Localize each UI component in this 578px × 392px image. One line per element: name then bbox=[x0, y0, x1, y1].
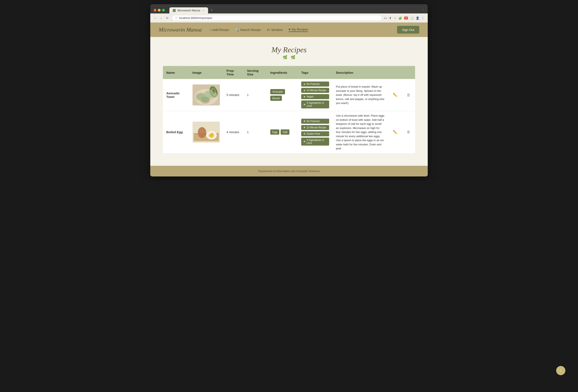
tag-badge-3-ingredients: 3 Ingredients or Less bbox=[301, 100, 329, 108]
tag-badge-no-peanuts: No Peanuts bbox=[301, 119, 329, 124]
svg-point-10 bbox=[195, 89, 218, 105]
back-button[interactable]: ‹ bbox=[154, 16, 157, 21]
ingredients-list: Egg Salt bbox=[270, 130, 295, 135]
forward-button[interactable]: › bbox=[159, 16, 163, 21]
browser-titlebar: Microwavin Manoa × + ⌄ bbox=[150, 4, 428, 13]
ingredients-list: Avocado Bread bbox=[270, 89, 295, 101]
col-edit bbox=[388, 66, 402, 79]
tab-title: Microwavin Manoa bbox=[177, 9, 200, 12]
main-content: My Recipes 🌿 🌿 Name Image Prep-Time Serv… bbox=[150, 37, 428, 166]
add-recipe-link[interactable]: + Add Recipe bbox=[210, 28, 229, 32]
lock-icon: ⓘ bbox=[175, 16, 177, 20]
my-recipes-link[interactable]: ♥ My Recipes bbox=[289, 28, 308, 32]
reload-button[interactable]: ↻ bbox=[165, 16, 170, 21]
ingredient-badge: Salt bbox=[281, 130, 289, 135]
off-badge: off bbox=[404, 17, 408, 20]
recipe-table: Name Image Prep-Time Serving Size Ingred… bbox=[163, 66, 415, 153]
tag-dot-icon bbox=[304, 96, 305, 97]
tags-list: No Peanuts 10 Minute Recipe Gluten-Free bbox=[301, 119, 329, 146]
tag-dot-icon bbox=[304, 90, 305, 91]
search-recipe-label: Search Recipe bbox=[240, 28, 261, 32]
ingredient-badge: Bread bbox=[270, 96, 282, 101]
tab-menu-button[interactable]: ⌄ bbox=[422, 8, 424, 12]
svg-point-14 bbox=[198, 127, 206, 138]
url-text: localhost:3000/#/myrecipes bbox=[179, 16, 212, 20]
tag-dot-icon bbox=[304, 127, 305, 128]
menu-icon[interactable]: ⋮ bbox=[421, 16, 424, 20]
delete-button[interactable]: 🗑 bbox=[405, 129, 412, 135]
col-prep-time: Prep-Time bbox=[223, 66, 244, 79]
tag-dot-icon bbox=[304, 84, 305, 85]
tab-favicon-icon bbox=[173, 9, 176, 12]
tag-badge-3-ingredients: 3 Ingredients or Less bbox=[301, 138, 329, 146]
table-header-row: Name Image Prep-Time Serving Size Ingred… bbox=[163, 66, 415, 79]
tag-dot-icon bbox=[304, 120, 305, 122]
tag-dot-icon bbox=[304, 141, 305, 142]
recipe-prep-time: 5 minutes bbox=[227, 93, 240, 97]
col-name: Name bbox=[163, 66, 189, 79]
recipe-image-avocado bbox=[193, 85, 220, 105]
tag-dot-icon bbox=[304, 133, 305, 134]
edit-button[interactable]: ✏️ bbox=[391, 91, 399, 98]
heart-icon: ♥ bbox=[289, 28, 290, 31]
address-bar[interactable]: ⓘ localhost:3000/#/myrecipes bbox=[172, 15, 382, 21]
nav-links: + Add Recipe 🔍 Search Recipe 🏷 Vendors ♥… bbox=[210, 28, 397, 32]
page-title: My Recipes bbox=[163, 45, 415, 54]
delete-button[interactable]: 🗑 bbox=[405, 91, 412, 98]
browser-toolbar: ‹ › ↻ ⓘ localhost:3000/#/myrecipes 🗝 ⬆ ☆… bbox=[150, 13, 428, 22]
tag-badge-10-minute: 10 Minute Recipe bbox=[301, 125, 329, 130]
recipe-description: Put piece of bread in toaster. Mash up a… bbox=[336, 85, 385, 105]
close-traffic-light[interactable] bbox=[154, 9, 156, 11]
search-recipe-link[interactable]: 🔍 Search Recipe bbox=[235, 28, 261, 32]
table-row: Boiled Egg bbox=[163, 111, 415, 153]
app-footer: Department of Information and Computer S… bbox=[150, 166, 428, 176]
extension-icon[interactable]: 🧩 bbox=[398, 16, 402, 20]
col-ingredients: Ingredients bbox=[267, 66, 298, 79]
maximize-traffic-light[interactable] bbox=[162, 9, 165, 11]
col-delete bbox=[402, 66, 415, 79]
svg-point-15 bbox=[200, 130, 203, 132]
page-title-section: My Recipes 🌿 🌿 bbox=[163, 45, 415, 60]
app-container: Microwavin Manoa + Add Recipe 🔍 Search R… bbox=[150, 22, 428, 176]
profile-icon[interactable]: 👤 bbox=[416, 16, 419, 20]
col-image: Image bbox=[189, 66, 223, 79]
recipe-name: Avocado Toast bbox=[166, 91, 180, 98]
col-serving-size: Serving Size bbox=[243, 66, 267, 79]
ingredient-badge: Egg bbox=[270, 130, 279, 135]
recipe-serving-size: 1 bbox=[247, 93, 249, 97]
recipe-serving-size: 1 bbox=[247, 131, 249, 134]
minimize-traffic-light[interactable] bbox=[158, 9, 161, 11]
sign-out-button[interactable]: Sign Out bbox=[397, 26, 419, 34]
col-description: Description bbox=[333, 66, 388, 79]
svg-point-19 bbox=[209, 133, 211, 134]
tab-close-button[interactable]: × bbox=[202, 9, 205, 12]
title-divider: 🌿 🌿 bbox=[163, 55, 415, 60]
vendors-label: Vendors bbox=[271, 28, 283, 32]
app-logo: Microwavin Manoa bbox=[159, 27, 202, 33]
tag-badge-vegan: Vegan bbox=[301, 94, 329, 99]
new-tab-button[interactable]: + bbox=[208, 7, 215, 13]
footer-text: Department of Information and Computer S… bbox=[258, 170, 320, 173]
tag-dot-icon bbox=[304, 104, 305, 105]
search-icon: 🔍 bbox=[235, 28, 239, 32]
recipe-image-egg bbox=[193, 122, 220, 143]
tags-list: No Peanuts 10 Minute Recipe Vegan bbox=[301, 82, 329, 108]
edit-button[interactable]: ✏️ bbox=[391, 129, 399, 136]
recipe-prep-time: 4 minutes bbox=[227, 131, 240, 134]
leaf-right-icon: 🌿 bbox=[291, 55, 295, 60]
vendors-link[interactable]: 🏷 Vendors bbox=[267, 28, 283, 32]
key-icon[interactable]: 🗝 bbox=[384, 16, 387, 20]
active-tab[interactable]: Microwavin Manoa × bbox=[169, 7, 208, 13]
share-icon[interactable]: ⬆ bbox=[389, 16, 391, 20]
tag-badge-gluten-free: Gluten-Free bbox=[301, 131, 329, 136]
tab-bar: Microwavin Manoa × + bbox=[169, 7, 420, 13]
table-row: Avocado Toast bbox=[163, 79, 415, 111]
recipe-name: Boiled Egg bbox=[166, 130, 183, 134]
bookmark-icon[interactable]: ☆ bbox=[394, 16, 396, 20]
puzzle-icon[interactable]: ⬜ bbox=[410, 16, 414, 20]
tag-badge-no-peanuts: No Peanuts bbox=[301, 82, 329, 87]
col-tags: Tags bbox=[298, 66, 333, 79]
toolbar-icons: 🗝 ⬆ ☆ 🧩 off ⬜ 👤 ⋮ bbox=[384, 16, 424, 20]
leaf-left-icon: 🌿 bbox=[283, 55, 287, 60]
tag-badge-10-minute: 10 Minute Recipe bbox=[301, 88, 329, 93]
